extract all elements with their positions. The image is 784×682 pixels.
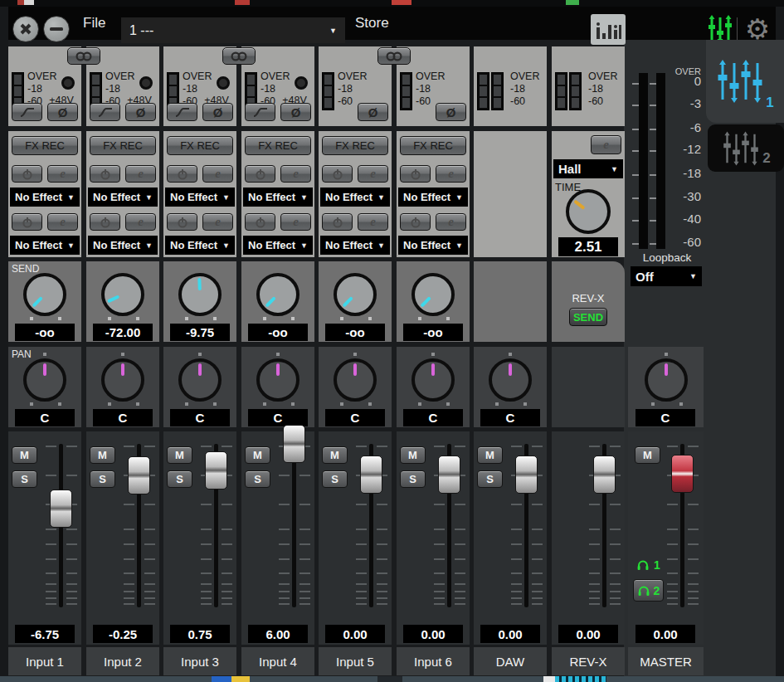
revx-send-button[interactable]: SEND [569,308,607,326]
fader-track[interactable] [292,444,296,607]
solo-button[interactable]: S [90,470,115,488]
send-knob[interactable] [101,273,144,316]
fx2-on-button[interactable] [245,213,275,231]
solo-button[interactable]: S [477,470,503,488]
fx2-on-button[interactable] [167,213,197,231]
hpf-button[interactable] [167,103,197,121]
fx1-select[interactable]: No Effect▼ [88,188,158,207]
pan-knob[interactable] [411,358,455,402]
phones2-button[interactable]: 2 [633,579,664,602]
tab-mixer-2[interactable]: 2 [708,124,784,172]
fx1-on-button[interactable] [90,165,120,183]
fx2-select[interactable]: No Effect▼ [10,236,80,255]
fx2-edit-button[interactable]: e [47,213,78,231]
phase-button[interactable]: Ø [125,103,156,121]
close-button[interactable] [12,16,39,42]
minimize-button[interactable] [43,16,70,42]
fx-rec-button[interactable]: FX REC [90,136,156,155]
link-button-ch5-6[interactable] [377,47,411,65]
fx2-edit-button[interactable]: e [202,213,233,231]
hpf-button[interactable] [90,103,120,121]
fx-rec-button[interactable]: FX REC [245,136,311,155]
send-knob[interactable] [411,273,455,316]
phase-button[interactable]: Ø [202,103,233,121]
fader-handle[interactable] [438,455,460,494]
preset-selector[interactable]: 1 --- ▼ [121,17,345,43]
fader-handle[interactable] [205,451,227,490]
fx-rec-button[interactable]: FX REC [322,136,388,155]
solo-button[interactable]: S [322,470,348,488]
mute-button[interactable]: M [167,446,192,464]
phase-button[interactable]: Ø [47,103,78,121]
mute-button[interactable]: M [12,446,37,464]
revx-edit-button[interactable]: e [591,135,621,154]
fx1-select[interactable]: No Effect▼ [165,188,235,207]
solo-button[interactable]: S [245,470,270,488]
fx1-edit-button[interactable]: e [202,165,233,183]
solo-button[interactable]: S [400,470,426,488]
fx2-select[interactable]: No Effect▼ [88,236,158,255]
fx1-select[interactable]: No Effect▼ [398,188,468,207]
send-knob[interactable] [178,273,222,316]
mute-button[interactable]: M [400,446,426,464]
fx1-edit-button[interactable]: e [280,165,311,183]
pan-knob[interactable] [645,358,688,402]
fx1-select[interactable]: No Effect▼ [10,188,80,207]
fader-handle[interactable] [283,425,305,463]
send-knob[interactable] [334,273,377,316]
fx2-on-button[interactable] [90,213,120,231]
fx-rec-button[interactable]: FX REC [400,136,466,155]
pan-knob[interactable] [23,358,66,402]
pan-knob[interactable] [334,358,377,402]
pan-knob[interactable] [489,358,532,402]
fx2-edit-button[interactable]: e [125,213,156,231]
fader-handle[interactable] [593,455,616,494]
fx2-on-button[interactable] [12,213,42,231]
fx1-on-button[interactable] [400,165,431,183]
analyzer-button[interactable] [591,14,626,45]
fader-handle[interactable] [128,456,150,494]
mixer-view-button[interactable] [708,15,733,43]
fx2-select[interactable]: No Effect▼ [243,236,313,255]
hpf-button[interactable] [245,103,275,121]
fx1-select[interactable]: No Effect▼ [320,188,390,207]
pan-knob[interactable] [178,358,222,402]
send-knob[interactable] [256,273,299,316]
mute-button[interactable]: M [477,446,503,464]
fx2-select[interactable]: No Effect▼ [398,236,468,255]
send-knob[interactable] [23,273,66,316]
time-knob[interactable] [566,189,611,234]
fx-rec-button[interactable]: FX REC [12,136,78,155]
fx1-on-button[interactable] [12,165,42,183]
fx2-edit-button[interactable]: e [358,213,388,231]
solo-button[interactable]: S [12,470,37,488]
fx1-edit-button[interactable]: e [436,165,466,183]
fx1-edit-button[interactable]: e [125,165,156,183]
phase-button[interactable]: Ø [280,103,311,121]
revx-type-select[interactable]: Hall▼ [553,159,623,178]
mute-button[interactable]: M [245,446,270,464]
hpf-button[interactable] [12,103,42,121]
phase-button[interactable]: Ø [358,103,388,121]
fx2-edit-button[interactable]: e [436,213,466,231]
fader-handle[interactable] [360,455,382,494]
fx2-on-button[interactable] [322,213,353,231]
fx2-edit-button[interactable]: e [280,213,311,231]
mute-button[interactable]: M [322,446,348,464]
fx2-select[interactable]: No Effect▼ [165,236,235,255]
fx1-edit-button[interactable]: e [47,165,78,183]
fx1-on-button[interactable] [167,165,197,183]
fader-handle[interactable] [50,490,72,528]
fader-handle[interactable] [515,455,538,494]
fx1-select[interactable]: No Effect▼ [243,188,313,207]
fx2-on-button[interactable] [400,213,431,231]
fx-rec-button[interactable]: FX REC [167,136,233,155]
fx1-edit-button[interactable]: e [358,165,388,183]
file-menu[interactable]: File [83,7,105,40]
mute-button[interactable]: M [90,446,115,464]
solo-button[interactable]: S [167,470,192,488]
fx1-on-button[interactable] [322,165,353,183]
tab-mixer-1[interactable]: 1 [706,40,784,123]
mute-button[interactable]: M [635,446,660,464]
pan-knob[interactable] [256,358,299,402]
